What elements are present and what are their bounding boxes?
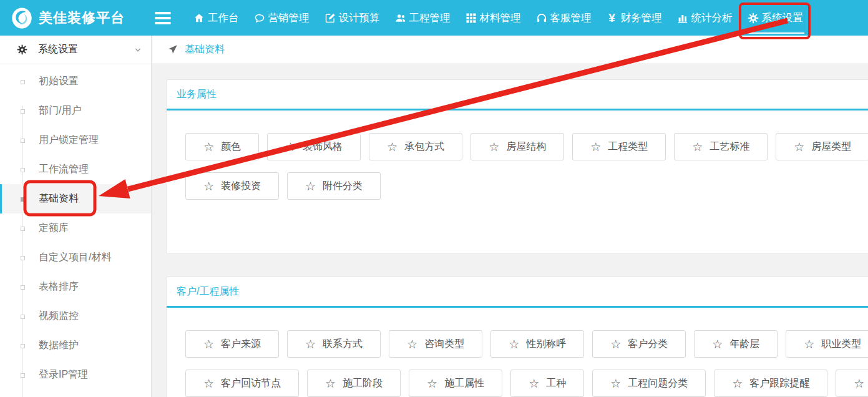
sidebar-item-quota-library[interactable]: 定额库 [0,213,151,243]
headset-icon [536,12,547,24]
sidebar-item-custom-items-materials[interactable]: 自定义项目/材料 [0,243,151,272]
home-icon [193,12,205,24]
attr-button[interactable]: ☆职业类型 [786,330,868,358]
menu-toggle-button[interactable] [155,12,171,24]
attr-button[interactable]: ☆ [836,370,868,397]
star-icon: ☆ [203,180,214,192]
attr-button-label: 房屋类型 [811,140,851,154]
star-icon: ☆ [610,378,621,390]
star-icon: ☆ [712,338,723,350]
attr-button-label: 施工属性 [444,377,484,390]
sidebar-item-basic-data[interactable]: 基础资料 [0,184,151,213]
sidebar-item-table-sorting[interactable]: 表格排序 [0,272,151,301]
edit-icon [324,12,336,24]
attr-button-label: 年龄层 [729,338,759,351]
yen-icon: ¥ [607,12,618,24]
attr-button-label: 客户跟踪提醒 [749,377,809,390]
panel-title: 客户/工程属性 [167,277,868,308]
sidebar-item-departments-users[interactable]: 部门/用户 [0,96,151,125]
nav-item-system-settings[interactable]: 系统设置 [740,0,811,36]
attr-button[interactable]: ☆性别称呼 [490,330,584,358]
attr-button[interactable]: ☆颜色 [185,133,259,160]
star-icon: ☆ [387,141,397,153]
attr-button-label: 工程问题分类 [628,377,688,390]
sidebar-item-label: 表格排序 [39,280,79,293]
attr-button[interactable]: ☆工程问题分类 [592,370,706,397]
star-icon: ☆ [610,338,621,350]
attr-button[interactable]: ☆联系方式 [287,330,381,358]
star-icon: ☆ [203,378,214,390]
star-icon: ☆ [427,378,437,390]
star-icon: ☆ [732,378,743,390]
grid-icon [466,12,477,24]
gear-icon [17,44,27,55]
nav-item-design-budget[interactable]: 设计预算 [317,0,388,36]
comment-icon [254,12,265,24]
sidebar-item-user-lock-management[interactable]: 用户锁定管理 [0,125,151,155]
main-content: 业务属性☆颜色☆装饰风格☆承包方式☆房屋结构☆工程类型☆工艺标准☆房屋类型☆装修… [152,63,868,397]
attr-button[interactable]: ☆年龄层 [694,330,778,358]
sidebar-header[interactable]: 系统设置 [0,36,151,64]
star-icon: ☆ [407,338,417,350]
attr-button[interactable]: ☆咨询类型 [389,330,482,358]
attr-button[interactable]: ☆房屋结构 [471,133,564,160]
nav-item-statistics[interactable]: 统计分析 [670,0,740,36]
nav-item-label: 材料管理 [480,11,521,25]
nav-item-workbench[interactable]: 工作台 [186,0,246,36]
attr-button[interactable]: ☆附件分类 [287,172,381,200]
attr-button[interactable]: ☆客户来源 [185,330,279,358]
attr-button-label: 装饰风格 [303,140,343,154]
star-icon: ☆ [529,378,539,390]
attr-button[interactable]: ☆工艺标准 [674,133,768,160]
attr-button-label: 施工阶段 [343,377,383,390]
attr-button[interactable]: ☆客户跟踪提醒 [714,370,827,397]
sidebar-item-label: 数据维护 [39,339,79,352]
attr-button[interactable]: ☆工程类型 [572,133,666,160]
button-row: ☆装修投资☆附件分类 [185,172,867,200]
star-icon: ☆ [804,338,814,350]
star-icon: ☆ [794,141,804,153]
nav-item-label: 工程管理 [409,11,451,25]
nav-item-engineering[interactable]: 工程管理 [388,0,458,36]
nav-item-marketing[interactable]: 营销管理 [246,0,317,36]
sidebar-item-initial-settings[interactable]: 初始设置 [0,67,151,96]
attr-button[interactable]: ☆客户分类 [592,330,686,358]
sidebar-item-label: 初始设置 [39,75,79,88]
attr-button[interactable]: ☆装修投资 [185,172,279,200]
sidebar-item-label: 部门/用户 [39,104,81,117]
attr-button-label: 联系方式 [323,338,363,351]
star-icon: ☆ [489,141,499,153]
brand-logo[interactable]: 美佳装修平台 [0,6,144,30]
nav-item-customer-service[interactable]: 客服管理 [529,0,599,36]
nav-item-label: 系统设置 [762,11,803,25]
star-icon: ☆ [203,338,214,350]
nav-item-label: 客服管理 [550,11,592,25]
attr-button-label: 职业类型 [821,338,861,351]
star-icon: ☆ [509,338,519,350]
sidebar-item-label: 自定义项目/材料 [39,251,111,264]
star-icon: ☆ [590,141,601,153]
sidebar-item-video-monitoring[interactable]: 视频监控 [0,301,151,331]
breadcrumb-label: 基础资料 [185,43,225,56]
attr-button[interactable]: ☆客户回访节点 [185,370,299,397]
navigation-arrow-icon [167,44,178,55]
nav-item-materials[interactable]: 材料管理 [458,0,529,36]
button-row: ☆客户来源☆联系方式☆咨询类型☆性别称呼☆客户分类☆年龄层☆职业类型 [185,330,867,358]
attr-button[interactable]: ☆施工阶段 [307,370,401,397]
star-icon: ☆ [285,141,296,153]
attribute-panel: 客户/工程属性☆客户来源☆联系方式☆咨询类型☆性别称呼☆客户分类☆年龄层☆职业类… [166,277,868,397]
bar-chart-icon [677,12,688,24]
attr-button[interactable]: ☆承包方式 [369,133,462,160]
nav-item-finance[interactable]: ¥财务管理 [599,0,670,36]
attr-button[interactable]: ☆工种 [510,370,584,397]
attr-button[interactable]: ☆房屋类型 [776,133,868,160]
star-icon: ☆ [854,378,864,390]
sidebar-item-login-ip-management[interactable]: 登录IP管理 [0,360,151,390]
sidebar-item-workflow-management[interactable]: 工作流管理 [0,155,151,184]
sidebar-item-label: 工作流管理 [39,163,89,176]
brand-title: 美佳装修平台 [39,9,125,27]
sidebar-item-label: 基础资料 [39,192,79,205]
attr-button[interactable]: ☆施工属性 [409,370,502,397]
sidebar-item-data-maintenance[interactable]: 数据维护 [0,331,151,360]
attr-button[interactable]: ☆装饰风格 [267,133,361,160]
